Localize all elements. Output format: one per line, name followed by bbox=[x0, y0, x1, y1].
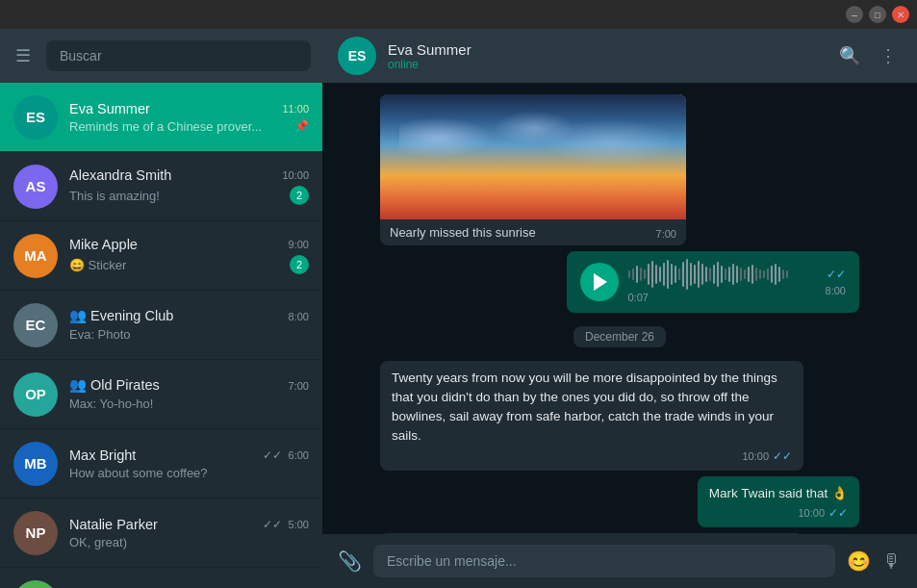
chat-preview-mike-apple: 😄 Sticker bbox=[69, 258, 284, 272]
chat-item-alexandra-smith[interactable]: AS Alexandra Smith 10:00 This is amazing… bbox=[0, 152, 322, 221]
audio-check-icon: ✓✓ bbox=[827, 268, 846, 281]
chat-time-alexandra-smith: 10:00 bbox=[282, 169, 309, 181]
avatar-old-pirates: OP bbox=[13, 372, 58, 417]
chat-name-old-pirates: 👥 Old Pirates bbox=[69, 377, 160, 394]
chat-time-old-pirates: 7:00 bbox=[289, 380, 309, 392]
search-input[interactable] bbox=[46, 40, 311, 71]
msg-image bbox=[380, 94, 686, 219]
message-input[interactable] bbox=[373, 545, 835, 577]
sidebar: ☰ ES Eva Summer 11:00 Reminds me of a Ch… bbox=[0, 29, 322, 588]
double-check-natalie: ✓✓ bbox=[263, 518, 282, 531]
avatar-max-bright: MB bbox=[13, 442, 58, 486]
avatar-alexandra-smith: AS bbox=[13, 165, 58, 209]
more-options-icon[interactable]: ⋮ bbox=[875, 45, 902, 66]
input-area: 📎 😊 🎙 bbox=[322, 534, 917, 588]
msg-reminds-wrapper: Alex Cassio Mark Twain said that 👌 Remin… bbox=[380, 533, 859, 534]
msg-quote-check: ✓✓ bbox=[773, 449, 792, 463]
chat-info-natalie-parker: Natalie Parker ✓✓ 5:00 OK, great) bbox=[69, 517, 309, 550]
mic-icon[interactable]: 🎙 bbox=[882, 550, 902, 573]
msg-marktwain-bubble: Mark Twain said that 👌 10:00 ✓✓ bbox=[698, 476, 859, 528]
msg-marktwain-meta: 10:00 ✓✓ bbox=[709, 506, 848, 520]
chat-info-old-pirates: 👥 Old Pirates 7:00 Max: Yo-ho-ho! bbox=[69, 377, 309, 411]
msg-marktwain-time: 10:00 bbox=[798, 507, 825, 519]
audio-end-time: 8:00 bbox=[826, 285, 846, 296]
sidebar-header: ☰ bbox=[0, 29, 322, 83]
avatar-davy-jones: DJ bbox=[13, 580, 58, 589]
msg-audio-bubble: 0:07 ✓✓ 8:00 bbox=[567, 251, 860, 313]
play-icon bbox=[594, 273, 607, 291]
chat-item-max-bright[interactable]: MB Max Bright ✓✓ 6:00 How about some cof… bbox=[0, 429, 322, 499]
chat-preview-eva-summer: Reminds me of a Chinese prover... bbox=[69, 119, 291, 134]
chat-item-evening-club[interactable]: EC 👥 Evening Club 8:00 Eva: Photo bbox=[0, 291, 322, 360]
chat-info-alexandra-smith: Alexandra Smith 10:00 This is amazing! 2 bbox=[69, 167, 309, 205]
menu-icon[interactable]: ☰ bbox=[12, 45, 35, 66]
avatar-mike-apple: MA bbox=[13, 234, 58, 278]
chat-name-eva-summer: Eva Summer bbox=[69, 101, 150, 116]
chat-panel: ES Eva Summer online 🔍 ⋮ Nearly missed t… bbox=[322, 29, 917, 588]
date-label: December 26 bbox=[573, 326, 666, 347]
emoji-icon[interactable]: 😊 bbox=[847, 550, 871, 573]
chat-header-status: online bbox=[388, 58, 825, 71]
chat-name-mike-apple: Mike Apple bbox=[69, 237, 138, 252]
pin-icon: 📌 bbox=[294, 119, 309, 133]
chat-item-old-pirates[interactable]: OP 👥 Old Pirates 7:00 Max: Yo-ho-ho! bbox=[0, 360, 322, 429]
main-layout: ☰ ES Eva Summer 11:00 Reminds me of a Ch… bbox=[0, 29, 917, 588]
chat-item-natalie-parker[interactable]: NP Natalie Parker ✓✓ 5:00 OK, great) bbox=[0, 499, 322, 568]
date-divider: December 26 bbox=[380, 326, 859, 347]
messages-area: Nearly missed this sunrise 7:00 bbox=[322, 83, 917, 534]
chat-item-mike-apple[interactable]: MA Mike Apple 9:00 😄 Sticker 2 bbox=[0, 221, 322, 291]
audio-times: 0:07 bbox=[628, 292, 789, 303]
chat-header-name: Eva Summer bbox=[388, 41, 825, 58]
msg-image-caption: Nearly missed this sunrise 7:00 bbox=[380, 219, 686, 245]
msg-quote-text: Twenty years from now you will be more d… bbox=[392, 371, 777, 443]
chat-preview-old-pirates: Max: Yo-ho-ho! bbox=[69, 396, 309, 411]
chat-list: ES Eva Summer 11:00 Reminds me of a Chin… bbox=[0, 83, 322, 588]
minimize-button[interactable]: – bbox=[846, 6, 863, 23]
double-check-max-bright: ✓✓ bbox=[263, 448, 282, 462]
chat-info-evening-club: 👥 Evening Club 8:00 Eva: Photo bbox=[69, 308, 309, 342]
msg-quote-bubble: Twenty years from now you will be more d… bbox=[380, 361, 803, 471]
msg-image-wrapper: Nearly missed this sunrise 7:00 bbox=[380, 94, 859, 245]
search-icon[interactable]: 🔍 bbox=[836, 45, 863, 66]
chat-preview-natalie-parker: OK, great) bbox=[69, 535, 309, 550]
badge-mike-apple: 2 bbox=[290, 255, 309, 274]
msg-quote-time: 10:00 bbox=[742, 450, 769, 462]
msg-quote-meta: 10:00 ✓✓ bbox=[392, 449, 792, 463]
image-time: 7:00 bbox=[656, 228, 676, 240]
msg-marktwain-wrapper: Mark Twain said that 👌 10:00 ✓✓ bbox=[380, 476, 859, 528]
audio-current-time: 0:07 bbox=[628, 292, 649, 303]
avatar-chat-header: ES bbox=[338, 37, 376, 75]
chat-info-mike-apple: Mike Apple 9:00 😄 Sticker 2 bbox=[69, 237, 309, 274]
close-button[interactable]: ✕ bbox=[892, 6, 909, 23]
chat-preview-evening-club: Eva: Photo bbox=[69, 327, 309, 342]
waveform-bars bbox=[628, 261, 789, 288]
avatar-eva-summer: ES bbox=[13, 95, 58, 140]
msg-quote-wrapper: Twenty years from now you will be more d… bbox=[380, 361, 859, 471]
chat-time-max-bright: ✓✓ 6:00 bbox=[263, 448, 309, 462]
msg-marktwain-check: ✓✓ bbox=[828, 506, 848, 520]
chat-name-alexandra-smith: Alexandra Smith bbox=[69, 167, 171, 183]
chat-time-evening-club: 8:00 bbox=[289, 311, 309, 322]
chat-header: ES Eva Summer online 🔍 ⋮ bbox=[322, 29, 917, 83]
play-button[interactable] bbox=[580, 263, 619, 301]
chat-time-eva-summer: 11:00 bbox=[282, 103, 309, 115]
chat-header-info: Eva Summer online bbox=[388, 41, 825, 71]
chat-preview-alexandra-smith: This is amazing! bbox=[69, 189, 284, 203]
maximize-button[interactable]: □ bbox=[869, 6, 886, 23]
title-bar: – □ ✕ bbox=[0, 0, 917, 29]
chat-preview-max-bright: How about some coffee? bbox=[69, 466, 309, 480]
chat-info-eva-summer: Eva Summer 11:00 Reminds me of a Chinese… bbox=[69, 101, 309, 134]
msg-marktwain-text: Mark Twain said that 👌 bbox=[709, 486, 848, 500]
image-caption-text: Nearly missed this sunrise bbox=[390, 225, 536, 240]
attach-icon[interactable]: 📎 bbox=[338, 550, 362, 573]
msg-image-bubble: Nearly missed this sunrise 7:00 bbox=[380, 94, 686, 245]
chat-time-natalie-parker: ✓✓ 5:00 bbox=[263, 518, 309, 531]
image-clouds bbox=[399, 109, 669, 186]
badge-alexandra-smith: 2 bbox=[290, 186, 309, 205]
chat-item-davy-jones[interactable]: DJ Davy Jones 4:00 Keynote.pdf bbox=[0, 568, 322, 588]
chat-name-max-bright: Max Bright bbox=[69, 447, 136, 463]
chat-item-eva-summer[interactable]: ES Eva Summer 11:00 Reminds me of a Chin… bbox=[0, 83, 322, 152]
chat-name-natalie-parker: Natalie Parker bbox=[69, 517, 158, 532]
avatar-natalie-parker: NP bbox=[13, 511, 58, 555]
chat-time-mike-apple: 9:00 bbox=[289, 239, 309, 250]
